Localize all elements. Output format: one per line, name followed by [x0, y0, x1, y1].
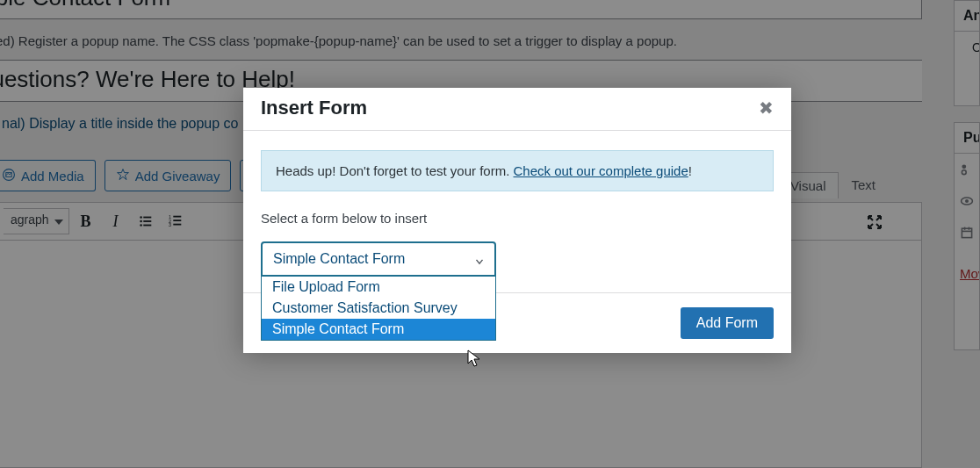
form-option-file-upload[interactable]: File Upload Form [262, 277, 495, 298]
form-option-simple-contact[interactable]: Simple Contact Form [262, 319, 495, 340]
form-select[interactable]: Simple Contact Form [261, 241, 496, 277]
modal-header: Insert Form ✖ [243, 88, 791, 130]
modal-title: Insert Form [261, 97, 367, 119]
form-select-dropdown: File Upload Form Customer Satisfaction S… [261, 277, 496, 341]
insert-form-modal: Insert Form ✖ Heads up! Don't forget to … [243, 88, 791, 353]
add-form-button[interactable]: Add Form [681, 307, 774, 339]
form-select-value: Simple Contact Form [273, 251, 405, 267]
alert-text-suffix: ! [688, 163, 692, 178]
modal-close-icon[interactable]: ✖ [759, 97, 774, 119]
chevron-down-icon [473, 256, 486, 271]
alert-banner: Heads up! Don't forget to test your form… [261, 150, 774, 191]
page-root: Simple Contact Form red) Register a popu… [0, 0, 980, 468]
alert-guide-link[interactable]: Check out our complete guide [514, 163, 688, 178]
form-option-customer-survey[interactable]: Customer Satisfaction Survey [262, 298, 495, 319]
select-form-label: Select a form below to insert [261, 211, 774, 226]
modal-body: Heads up! Don't forget to test your form… [243, 131, 791, 292]
alert-text-prefix: Heads up! Don't forget to test your form… [276, 163, 514, 178]
form-select-wrapper: Simple Contact Form File Upload Form Cus… [261, 241, 496, 277]
